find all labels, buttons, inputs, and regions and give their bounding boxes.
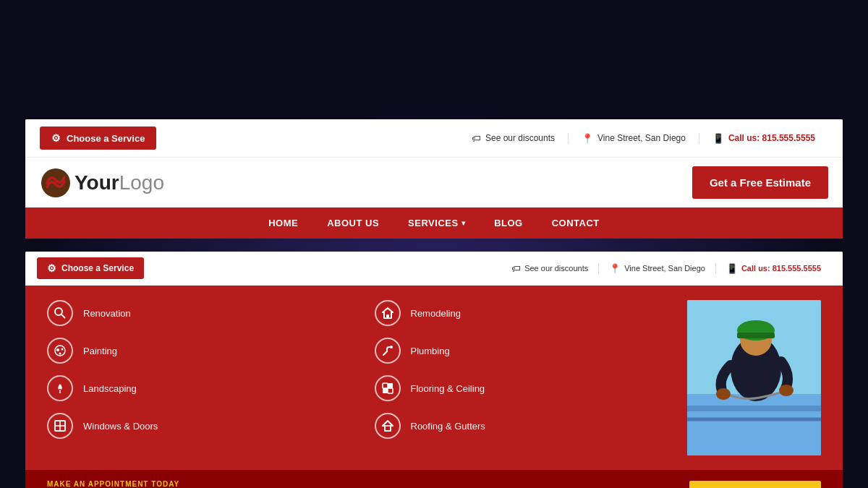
nav-contact[interactable]: CONTACT [552,218,600,228]
svg-rect-19 [687,394,821,455]
bottom-location-item: Vine Street, San Diego [599,263,716,274]
svg-point-26 [716,388,731,400]
cta-estimate-button[interactable]: GET A FREE ESTIMATE [689,481,821,488]
chevron-down-icon: ▾ [461,219,466,227]
choose-service-label: Choose a Service [67,133,145,144]
location-item: Vine Street, San Diego [569,133,699,144]
landscaping-icon [47,375,73,401]
flooring-icon [375,375,401,401]
service-roofing-gutters[interactable]: Roofing & Gutters [375,413,673,439]
svg-rect-16 [388,388,393,393]
top-card: Choose a Service See our discounts Vine … [25,119,843,239]
service-plumbing[interactable]: Plumbing [375,338,673,364]
discounts-item: See our discounts [459,133,569,144]
svg-rect-25 [737,333,775,338]
nav-about[interactable]: ABOUT US [327,218,379,228]
svg-line-2 [61,314,65,318]
plumbing-icon [375,338,401,364]
svg-rect-15 [383,388,388,393]
bottom-location-icon [609,263,621,274]
roofing-label: Roofing & Gutters [411,421,485,432]
nav-services[interactable]: SERVICES ▾ [408,218,465,228]
bottom-phone-icon [726,263,738,274]
nav-blog[interactable]: BLOG [494,218,523,228]
bottom-card: Choose a Service See our discounts Vine … [25,252,843,488]
svg-rect-13 [383,383,388,388]
windows-doors-icon [47,413,73,439]
cta-bar: MAKE AN APPOINTMENT TODAY Request Your S… [25,470,843,488]
remodeling-label: Remodeling [411,308,461,319]
services-area: Renovation Painting [25,286,843,470]
svg-point-27 [779,385,793,396]
choose-service-button[interactable]: Choose a Service [40,127,156,150]
service-renovation[interactable]: Renovation [47,300,346,326]
get-estimate-button[interactable]: Get a Free Estimate [692,166,828,199]
plumbing-label: Plumbing [411,346,450,356]
bottom-discount-icon [511,263,521,274]
bottom-discounts-item: See our discounts [501,263,599,274]
service-painting[interactable]: Painting [47,338,346,364]
service-landscaping[interactable]: Landscaping [47,375,346,401]
cta-subtitle: MAKE AN APPOINTMENT TODAY [47,480,689,488]
nav-home[interactable]: HOME [268,218,298,228]
logo-bar: YourLogo Get a Free Estimate [25,157,843,207]
location-icon [582,133,593,144]
logo-bold: Your [75,171,119,194]
logo-text: YourLogo [75,171,164,194]
worker-photo [687,300,821,455]
bottom-gear-icon [47,262,56,274]
svg-rect-11 [386,314,389,318]
renovation-label: Renovation [83,308,131,319]
logo-icon [40,167,72,199]
svg-point-1 [55,308,62,315]
location-text: Vine Street, San Diego [597,133,686,143]
bottom-choose-label: Choose a Service [61,263,134,273]
services-col-left: Renovation Painting [47,300,346,455]
svg-point-5 [61,348,64,351]
svg-rect-14 [388,383,393,388]
painting-label: Painting [83,346,117,356]
phone-icon [712,133,724,144]
svg-point-4 [56,348,59,351]
estimate-label: Get a Free Estimate [710,176,811,189]
svg-point-12 [390,346,393,348]
logo-light: Logo [119,171,164,194]
discount-text: See our discounts [485,133,555,143]
services-col-right: Remodeling Plumbing [375,300,673,455]
gear-icon [51,132,61,144]
flooring-label: Flooring & Ceiling [411,383,485,394]
bottom-choose-service-button[interactable]: Choose a Service [37,257,144,279]
discount-icon [472,133,481,144]
bottom-bar-right: See our discounts Vine Street, San Diego… [501,263,831,274]
bottom-location-text: Vine Street, San Diego [624,264,705,273]
windows-doors-label: Windows & Doors [83,421,158,432]
service-flooring-ceiling[interactable]: Flooring & Ceiling [375,375,673,401]
call-text: Call us: 815.555.5555 [728,133,815,143]
svg-point-6 [59,353,61,355]
logo-area: YourLogo [40,167,164,199]
bottom-call-item: Call us: 815.555.5555 [716,263,831,274]
service-windows-doors[interactable]: Windows & Doors [47,413,346,439]
cta-text-area: MAKE AN APPOINTMENT TODAY Request Your S… [47,480,689,488]
nav-bar: HOME ABOUT US SERVICES ▾ BLOG CONTACT [25,207,843,239]
bottom-call-text: Call us: 815.555.5555 [741,264,821,273]
services-columns: Renovation Painting [47,300,673,455]
remodeling-icon [375,300,401,326]
bottom-discount-text: See our discounts [524,264,588,273]
worker-image [687,300,821,455]
top-bar: Choose a Service See our discounts Vine … [25,119,843,157]
service-remodeling[interactable]: Remodeling [375,300,673,326]
main-wrapper: Choose a Service See our discounts Vine … [25,119,843,474]
landscaping-label: Landscaping [83,383,137,394]
call-item: Call us: 815.555.5555 [699,133,828,144]
roofing-icon [375,413,401,439]
painting-icon [47,338,73,364]
top-bar-right: See our discounts Vine Street, San Diego… [459,133,828,144]
bottom-top-bar: Choose a Service See our discounts Vine … [25,252,843,286]
renovation-icon [47,300,73,326]
